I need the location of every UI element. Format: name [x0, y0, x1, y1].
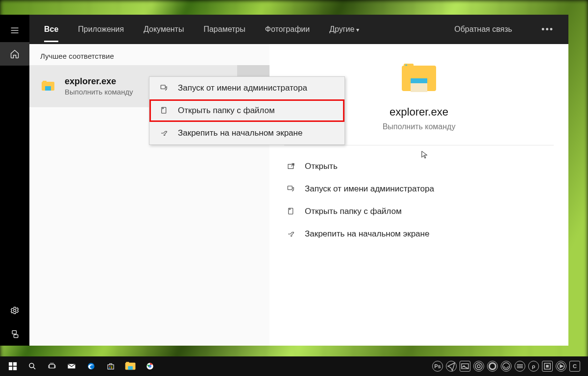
taskbar-search-icon[interactable] [23, 356, 42, 376]
taskbar-explorer-icon[interactable] [121, 356, 140, 376]
shield-icon [284, 185, 298, 193]
context-menu: Запуск от имени администратора Открыть п… [149, 76, 345, 145]
tab-settings[interactable]: Параметры [203, 25, 245, 34]
divider [284, 145, 554, 145]
action-run-admin[interactable]: Запуск от имени администратора [284, 178, 554, 200]
task-view-icon[interactable] [42, 356, 62, 376]
feedback-link[interactable]: Обратная связь [454, 25, 512, 34]
tab-documents[interactable]: Документы [144, 25, 184, 34]
svg-rect-19 [111, 367, 112, 368]
pin-icon [284, 230, 298, 238]
svg-rect-10 [9, 367, 12, 370]
svg-rect-3 [161, 85, 165, 89]
result-title: explorer.exe [65, 76, 133, 87]
svg-rect-18 [109, 367, 110, 368]
svg-rect-15 [108, 365, 114, 369]
taskbar-store-icon[interactable] [101, 356, 121, 376]
pin-icon [158, 129, 170, 138]
tray-icon[interactable]: ρ [528, 361, 539, 372]
tab-apps[interactable]: Приложения [78, 25, 124, 34]
folder-open-icon [284, 207, 298, 216]
context-item-label: Закрепить на начальном экране [178, 128, 302, 138]
best-match-label: Лучшее соответствие [29, 44, 270, 65]
search-panel: Все Приложения Документы Параметры Фотог… [0, 15, 568, 346]
results-column: Лучшее соответствие explorer.exe Выполни… [29, 44, 270, 346]
result-subtitle: Выполнить команду [65, 88, 133, 96]
tab-all[interactable]: Все [44, 25, 58, 34]
svg-rect-6 [288, 186, 292, 190]
svg-rect-1 [12, 330, 16, 334]
tab-other[interactable]: Другие▾ [329, 25, 359, 34]
context-item-label: Открыть папку с файлом [178, 106, 275, 116]
context-item-label: Запуск от имени администратора [178, 83, 307, 93]
tray-icon[interactable] [473, 361, 484, 372]
svg-point-28 [503, 363, 510, 370]
taskbar-mail-icon[interactable] [62, 356, 81, 376]
system-tray: Ps ρ C [432, 361, 585, 372]
open-icon [284, 162, 298, 171]
tray-icon[interactable]: C [569, 361, 580, 372]
action-label: Открыть [305, 162, 338, 171]
svg-rect-2 [14, 335, 18, 338]
detail-subtitle: Выполнить команду [383, 122, 456, 131]
taskbar-edge-icon[interactable] [81, 356, 101, 376]
svg-point-24 [475, 363, 482, 370]
svg-rect-17 [111, 366, 112, 367]
svg-point-0 [14, 309, 16, 312]
svg-rect-8 [9, 362, 12, 366]
tray-icon[interactable] [542, 361, 553, 372]
search-left-rail [0, 15, 29, 346]
folder-open-icon [158, 106, 170, 115]
tray-icon[interactable]: Ps [432, 361, 443, 372]
hamburger-icon[interactable] [0, 19, 29, 42]
svg-point-25 [477, 365, 480, 368]
tray-icon[interactable] [460, 361, 470, 372]
taskbar-chrome-icon[interactable] [140, 356, 160, 376]
shield-icon [158, 84, 170, 93]
start-button[interactable] [3, 356, 23, 376]
action-label: Запуск от имени администратора [305, 184, 434, 194]
search-main: Все Приложения Документы Параметры Фотог… [29, 15, 568, 346]
home-icon[interactable] [0, 42, 29, 66]
action-label: Открыть папку с файлом [305, 207, 402, 216]
svg-rect-11 [13, 367, 17, 370]
detail-title: explorer.exe [390, 106, 448, 118]
svg-rect-13 [49, 364, 55, 368]
more-icon[interactable]: ••• [541, 24, 554, 35]
settings-gear-icon[interactable] [0, 299, 29, 322]
account-icon[interactable] [0, 322, 29, 346]
svg-point-12 [29, 363, 34, 368]
action-pin-start[interactable]: Закрепить на начальном экране [284, 223, 554, 245]
action-label: Закрепить на начальном экране [305, 229, 429, 239]
svg-rect-16 [109, 366, 110, 367]
tray-icon[interactable] [446, 361, 457, 372]
taskbar: Ps ρ C [0, 356, 588, 376]
cursor-icon [421, 150, 430, 161]
svg-rect-9 [13, 362, 17, 366]
search-filter-tabs: Все Приложения Документы Параметры Фотог… [29, 15, 568, 44]
explorer-icon [38, 76, 58, 96]
context-item-run-admin[interactable]: Запуск от имени администратора [149, 77, 344, 99]
tray-icon[interactable] [514, 361, 525, 372]
action-open-folder[interactable]: Открыть папку с файлом [284, 200, 554, 223]
tray-icon[interactable] [556, 361, 566, 372]
explorer-large-icon [402, 64, 436, 92]
action-open[interactable]: Открыть [284, 155, 554, 178]
tray-icon[interactable] [487, 361, 498, 372]
svg-rect-30 [546, 365, 548, 367]
context-item-open-folder[interactable]: Открыть папку с файлом [149, 99, 344, 122]
tab-photos[interactable]: Фотографии [265, 25, 310, 34]
tray-icon[interactable] [501, 361, 512, 372]
svg-point-27 [490, 364, 495, 369]
context-item-pin-start[interactable]: Закрепить на начальном экране [149, 122, 344, 144]
chevron-down-icon: ▾ [356, 26, 359, 33]
